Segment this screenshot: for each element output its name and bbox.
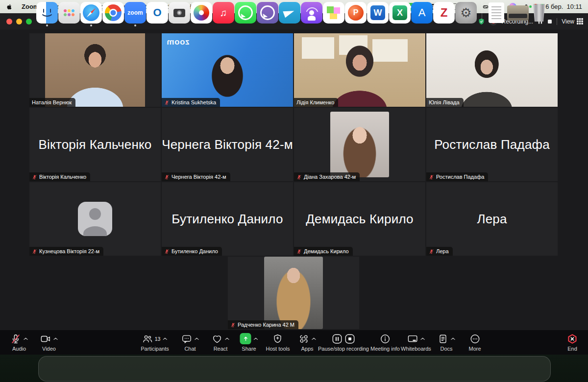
participant-tile-video-active-speaker[interactable]: Юлія Лівада bbox=[426, 33, 558, 107]
dock-app-powerpoint-icon[interactable]: P bbox=[345, 2, 367, 24]
pause-recording-icon[interactable] bbox=[332, 334, 343, 344]
screen: Zoom Workplace Meeting View Edit Window … bbox=[0, 0, 588, 382]
participant-tile-photo[interactable]: Діана Захарова 42-м bbox=[294, 108, 425, 181]
muted-mic-icon bbox=[429, 174, 434, 180]
muted-mic-icon bbox=[164, 100, 170, 105]
participant-tile-name[interactable]: Чернега Вікторія 42-м Чернега Вікторія 4… bbox=[162, 108, 293, 181]
window-close-button[interactable] bbox=[6, 19, 12, 24]
participant-tile-name[interactable]: Лера Лера bbox=[426, 182, 558, 256]
dock-app-outlook-icon[interactable]: O bbox=[147, 2, 168, 24]
dock-app-zoom-icon[interactable]: zoom bbox=[124, 2, 146, 24]
shield-icon bbox=[272, 334, 283, 344]
chat-menu-chevron[interactable] bbox=[195, 337, 199, 340]
muted-mic-icon bbox=[230, 322, 236, 328]
more-ellipsis-icon bbox=[469, 334, 480, 344]
running-indicator bbox=[134, 24, 136, 26]
docs-button[interactable]: Docs bbox=[438, 333, 455, 352]
profile-photo bbox=[330, 112, 389, 177]
muted-mic-icon bbox=[164, 249, 170, 254]
stop-recording-icon[interactable] bbox=[344, 334, 355, 344]
participants-menu-chevron[interactable] bbox=[163, 337, 167, 340]
participant-display-name: Чернега Вікторія 42-м bbox=[162, 108, 293, 181]
dock-trash-icon[interactable] bbox=[528, 2, 550, 24]
dock-app-appstore-icon[interactable]: A bbox=[411, 2, 433, 24]
meeting-info-button[interactable]: Meeting info bbox=[370, 333, 400, 352]
muted-mic-icon bbox=[164, 174, 170, 180]
participants-icon bbox=[143, 334, 153, 344]
video-feed bbox=[45, 33, 145, 107]
dock-app-music-icon[interactable]: ♫ bbox=[213, 2, 234, 24]
participant-tile-avatar[interactable]: Кузнецова Вікторія 22-м bbox=[29, 182, 161, 256]
participant-name-tag: Бутиленко Данило bbox=[162, 247, 222, 256]
react-menu-chevron[interactable] bbox=[225, 337, 229, 340]
dock-app-excel-icon[interactable]: X bbox=[389, 2, 411, 24]
dock-app-stickies-icon[interactable] bbox=[323, 2, 344, 24]
profile-photo bbox=[264, 257, 323, 329]
host-tools-button[interactable]: Host tools bbox=[266, 333, 290, 352]
chat-button[interactable]: Chat bbox=[181, 333, 199, 352]
whiteboards-menu-chevron[interactable] bbox=[420, 337, 425, 340]
more-button[interactable]: More bbox=[468, 333, 481, 352]
dock-app-launchpad-icon[interactable] bbox=[58, 2, 80, 24]
window-zoom-button[interactable] bbox=[26, 19, 32, 24]
dock-app-viber-icon[interactable] bbox=[257, 2, 278, 24]
audio-button[interactable]: Audio bbox=[10, 333, 28, 352]
document-icon bbox=[438, 334, 448, 344]
dock-app-screenshot-icon[interactable] bbox=[169, 2, 190, 24]
share-menu-chevron[interactable] bbox=[254, 337, 258, 340]
dock-app-safari-icon[interactable] bbox=[80, 2, 102, 24]
avatar-placeholder bbox=[78, 202, 112, 236]
participant-name-tag: Kristina Sukhetska bbox=[162, 98, 220, 107]
running-indicator bbox=[46, 24, 48, 26]
participant-tile-video[interactable]: Лідія Клименко bbox=[294, 33, 425, 107]
dock-app-settings-icon[interactable]: ⚙ bbox=[455, 2, 477, 24]
video-button[interactable]: Video bbox=[40, 333, 58, 352]
dock-app-word-icon[interactable]: W bbox=[367, 2, 389, 24]
video-menu-chevron[interactable] bbox=[53, 337, 58, 340]
participants-button[interactable]: 13 Participants bbox=[141, 333, 169, 352]
participant-tile-video[interactable]: Наталія Вернюк bbox=[29, 33, 161, 107]
share-button[interactable]: Share bbox=[240, 333, 258, 352]
participant-display-name: Демидась Кирило bbox=[294, 182, 425, 256]
dock-app-zotero-icon[interactable]: Z bbox=[433, 2, 455, 24]
participant-tile-photo[interactable]: Радченко Карина 42 М bbox=[228, 257, 359, 329]
dock-app-telegram-icon[interactable] bbox=[279, 2, 300, 24]
dock-minimized-window-icon[interactable] bbox=[507, 5, 529, 21]
participant-tile-name[interactable]: Демидась Кирило Демидась Кирило bbox=[294, 182, 425, 256]
end-meeting-button[interactable]: End bbox=[567, 333, 578, 352]
dock-app-whatsapp-icon[interactable] bbox=[235, 2, 256, 24]
zoom-watermark: zoom bbox=[167, 37, 189, 47]
participant-name-tag: Діана Захарова 42-м bbox=[294, 172, 360, 181]
participant-display-name: Вікторія Кальченко bbox=[29, 108, 161, 181]
info-icon bbox=[380, 334, 391, 344]
apple-logo-icon[interactable] bbox=[6, 3, 13, 11]
participant-name-tag: Демидась Кирило bbox=[294, 247, 353, 256]
participant-tile-name[interactable]: Вікторія Кальченко Вікторія Кальченко bbox=[29, 108, 161, 181]
chat-icon bbox=[181, 334, 192, 344]
dock-app-chrome-icon[interactable] bbox=[102, 2, 124, 24]
pause-stop-recording-button[interactable]: Pause/stop recording bbox=[318, 333, 369, 352]
muted-mic-icon bbox=[32, 174, 37, 180]
participant-tile-name[interactable]: Ростислав Падафа Ростислав Падафа bbox=[426, 108, 558, 181]
view-button[interactable]: View bbox=[562, 18, 583, 25]
heart-react-icon bbox=[212, 334, 222, 344]
apps-button[interactable]: Apps bbox=[298, 333, 316, 352]
participant-name-tag: Лідія Клименко bbox=[294, 98, 338, 107]
dock-app-podcasts-icon[interactable] bbox=[301, 2, 322, 24]
video-feed bbox=[426, 33, 558, 107]
react-button[interactable]: React bbox=[212, 333, 229, 352]
whiteboards-button[interactable]: Whiteboards bbox=[401, 333, 431, 352]
window-minimize-button[interactable] bbox=[16, 19, 22, 24]
participant-tile-name[interactable]: Бутиленко Данило Бутиленко Данило bbox=[162, 182, 293, 256]
dock-app-finder-icon[interactable] bbox=[36, 2, 58, 24]
share-screen-icon bbox=[240, 333, 251, 344]
mic-muted-icon bbox=[10, 334, 21, 344]
docs-menu-chevron[interactable] bbox=[451, 337, 455, 340]
apps-menu-chevron[interactable] bbox=[312, 337, 316, 340]
dock-document-icon[interactable] bbox=[489, 2, 504, 23]
participant-tile-video[interactable]: zoom Kristina Sukhetska bbox=[162, 33, 293, 107]
camera-icon bbox=[40, 334, 51, 344]
dock-app-photos-icon[interactable] bbox=[191, 2, 212, 24]
encryption-shield-icon[interactable] bbox=[478, 18, 485, 25]
audio-menu-chevron[interactable] bbox=[24, 337, 28, 340]
